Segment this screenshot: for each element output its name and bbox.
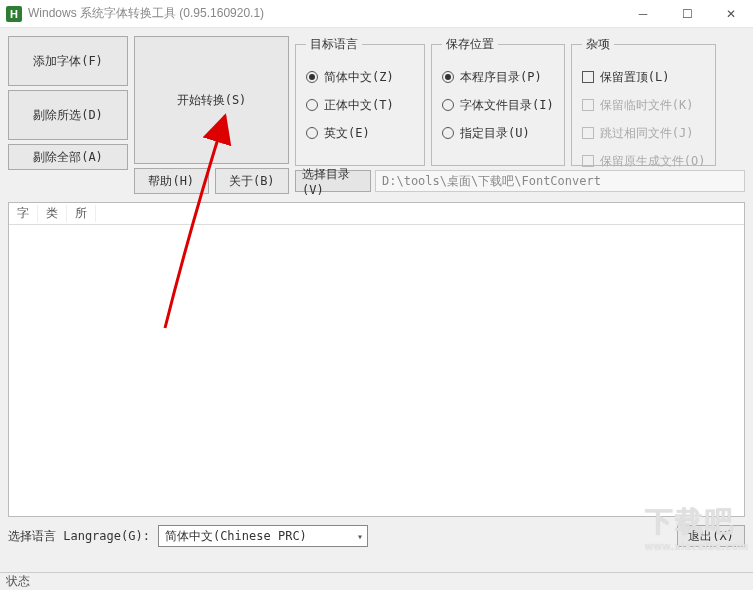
checkbox-icon <box>582 99 594 111</box>
status-text: 状态 <box>6 573 30 590</box>
close-button[interactable]: ✕ <box>709 0 753 28</box>
window-title: Windows 系统字体转换工具 (0.95.160920.1) <box>28 5 621 22</box>
file-list[interactable]: 字 类 所 <box>8 202 745 517</box>
start-convert-button[interactable]: 开始转换(S) <box>134 36 289 164</box>
col-location[interactable]: 所 <box>67 205 96 222</box>
minimize-button[interactable]: ─ <box>621 0 665 28</box>
target-language-legend: 目标语言 <box>306 36 362 53</box>
radio-icon <box>442 127 454 139</box>
target-lang-traditional[interactable]: 正体中文(T) <box>306 91 414 119</box>
title-bar: H Windows 系统字体转换工具 (0.95.160920.1) ─ ☐ ✕ <box>0 0 753 28</box>
col-font[interactable]: 字 <box>9 205 38 222</box>
misc-keep-temp[interactable]: 保留临时文件(K) <box>582 91 706 119</box>
radio-icon <box>306 99 318 111</box>
radio-icon <box>442 99 454 111</box>
language-combobox[interactable]: 简体中文(Chinese PRC) ▾ <box>158 525 368 547</box>
target-lang-simplified[interactable]: 简体中文(Z) <box>306 63 414 91</box>
radio-icon <box>306 127 318 139</box>
save-location-legend: 保存位置 <box>442 36 498 53</box>
language-value: 简体中文(Chinese PRC) <box>165 528 307 545</box>
save-loc-custom-dir[interactable]: 指定目录(U) <box>442 119 554 147</box>
list-header: 字 类 所 <box>9 203 744 225</box>
save-loc-font-dir[interactable]: 字体文件目录(I) <box>442 91 554 119</box>
exit-button[interactable]: 退出(X) <box>677 525 745 547</box>
chevron-down-icon: ▾ <box>357 531 363 542</box>
save-loc-program-dir[interactable]: 本程序目录(P) <box>442 63 554 91</box>
misc-keep-top[interactable]: 保留置顶(L) <box>582 63 706 91</box>
target-lang-english[interactable]: 英文(E) <box>306 119 414 147</box>
remove-selected-button[interactable]: 剔除所选(D) <box>8 90 128 140</box>
misc-group: 杂项 保留置顶(L) 保留临时文件(K) 跳过相同文件(J) 保留原生成文件(O… <box>571 36 717 166</box>
checkbox-icon <box>582 155 594 167</box>
status-bar: 状态 <box>0 572 753 590</box>
language-label: 选择语言 Langrage(G): <box>8 528 150 545</box>
maximize-button[interactable]: ☐ <box>665 0 709 28</box>
target-language-group: 目标语言 简体中文(Z) 正体中文(T) 英文(E) <box>295 36 425 166</box>
about-button[interactable]: 关于(B) <box>215 168 290 194</box>
help-button[interactable]: 帮助(H) <box>134 168 209 194</box>
app-icon: H <box>6 6 22 22</box>
checkbox-icon <box>582 71 594 83</box>
radio-icon <box>306 71 318 83</box>
col-type[interactable]: 类 <box>38 205 67 222</box>
add-font-button[interactable]: 添加字体(F) <box>8 36 128 86</box>
remove-all-button[interactable]: 剔除全部(A) <box>8 144 128 170</box>
checkbox-icon <box>582 127 594 139</box>
select-dir-button[interactable]: 选择目录(V) <box>295 170 371 192</box>
save-location-group: 保存位置 本程序目录(P) 字体文件目录(I) 指定目录(U) <box>431 36 565 166</box>
misc-skip-same[interactable]: 跳过相同文件(J) <box>582 119 706 147</box>
radio-icon <box>442 71 454 83</box>
path-display: D:\tools\桌面\下载吧\FontConvert <box>375 170 745 192</box>
misc-legend: 杂项 <box>582 36 614 53</box>
